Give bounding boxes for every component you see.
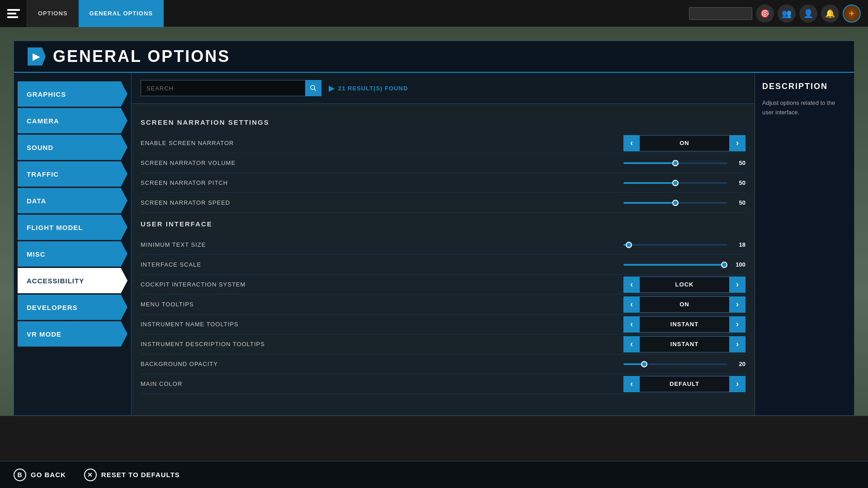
slider-value-narrator-speed: 50: [731, 199, 745, 206]
toggle-prev-enable-narrator[interactable]: ‹: [623, 135, 640, 151]
top-bar-right: 🎯 👥 👤 🔔 ✈: [689, 5, 868, 23]
notifications-icon[interactable]: 🔔: [821, 5, 839, 23]
slider-value-min-text-size: 18: [731, 241, 745, 248]
toggle-next-instrument-name-tooltips[interactable]: ›: [729, 316, 745, 333]
sidebar-item-vr-mode[interactable]: VR MODE: [18, 321, 127, 347]
bottom-bar: B GO BACK ✕ RESET TO DEFAULTS: [0, 461, 868, 488]
setting-row-narrator-volume: SCREEN NARRATOR VOLUME 50: [141, 153, 745, 173]
description-panel: DESCRIPTION Adjust options related to th…: [755, 73, 854, 415]
toggle-menu-tooltips: ‹ ON ›: [623, 296, 745, 313]
setting-row-cockpit-interaction: COCKPIT INTERACTION SYSTEM ‹ LOCK ›: [141, 275, 745, 295]
toggle-value-instrument-name-tooltips: INSTANT: [640, 316, 729, 333]
slider-min-text-size[interactable]: 18: [623, 241, 745, 248]
svg-rect-0: [7, 9, 20, 11]
setting-row-narrator-speed: SCREEN NARRATOR SPEED 50: [141, 193, 745, 213]
slider-thumb-interface-scale[interactable]: [721, 262, 727, 268]
results-count: ▶ 21 RESULT(S) FOUND: [329, 84, 408, 93]
toggle-prev-instrument-name-tooltips[interactable]: ‹: [623, 316, 640, 333]
reset-defaults-button[interactable]: ✕ RESET TO DEFAULTS: [84, 469, 180, 481]
slider-thumb-min-text-size[interactable]: [626, 242, 632, 248]
slider-value-interface-scale: 100: [731, 261, 745, 268]
top-bar: OPTIONS GENERAL OPTIONS 🎯 👥 👤 🔔 ✈: [0, 0, 868, 27]
slider-thumb-narrator-volume[interactable]: [672, 160, 679, 166]
slider-track-narrator-volume[interactable]: [623, 162, 727, 164]
search-button[interactable]: [305, 80, 321, 96]
setting-label-instrument-desc-tooltips: INSTRUMENT DESCRIPTION TOOLTIPS: [141, 341, 623, 347]
go-back-button[interactable]: B GO BACK: [14, 469, 66, 481]
sidebar-item-misc[interactable]: MISC: [18, 241, 127, 267]
setting-label-main-color: MAIN COLOR: [141, 380, 623, 387]
toggle-value-main-color: DEFAULT: [640, 376, 729, 392]
slider-track-interface-scale[interactable]: [623, 264, 727, 266]
toggle-value-cockpit-interaction: LOCK: [640, 277, 729, 293]
sidebar-item-flight-model[interactable]: FLIGHT MODEL: [18, 215, 127, 240]
setting-label-cockpit-interaction: COCKPIT INTERACTION SYSTEM: [141, 281, 623, 288]
toggle-prev-cockpit-interaction[interactable]: ‹: [623, 277, 640, 293]
toggle-value-enable-narrator: ON: [640, 135, 729, 151]
setting-row-menu-tooltips: MENU TOOLTIPS ‹ ON ›: [141, 295, 745, 314]
slider-value-narrator-pitch: 50: [731, 179, 745, 186]
sidebar-item-data[interactable]: DATA: [18, 188, 127, 213]
toggle-next-enable-narrator[interactable]: ›: [729, 135, 745, 151]
setting-row-instrument-desc-tooltips: INSTRUMENT DESCRIPTION TOOLTIPS ‹ INSTAN…: [141, 334, 745, 354]
setting-label-menu-tooltips: MENU TOOLTIPS: [141, 301, 623, 308]
slider-narrator-volume[interactable]: 50: [623, 160, 745, 166]
slider-thumb-narrator-speed[interactable]: [672, 200, 679, 206]
slider-track-min-text-size[interactable]: [623, 244, 727, 246]
slider-value-background-opacity: 20: [731, 361, 745, 367]
slider-thumb-narrator-pitch[interactable]: [672, 180, 679, 186]
toggle-value-instrument-desc-tooltips: INSTANT: [640, 336, 729, 352]
go-back-icon: B: [14, 469, 26, 481]
setting-row-min-text-size: MINIMUM TEXT SIZE 18: [141, 235, 745, 255]
app-logo: [0, 0, 27, 27]
toggle-next-cockpit-interaction[interactable]: ›: [729, 277, 745, 293]
avatar[interactable]: ✈: [843, 5, 861, 23]
slider-fill-interface-scale: [623, 264, 727, 266]
description-title: DESCRIPTION: [762, 82, 847, 91]
toggle-cockpit-interaction: ‹ LOCK ›: [623, 277, 745, 293]
slider-narrator-speed[interactable]: 50: [623, 199, 745, 206]
toggle-prev-menu-tooltips[interactable]: ‹: [623, 296, 640, 313]
sidebar: GRAPHICS CAMERA SOUND TRAFFIC DATA FLIGH…: [14, 73, 132, 415]
slider-interface-scale[interactable]: 100: [623, 261, 745, 268]
svg-line-4: [314, 89, 316, 91]
profile-icon[interactable]: 👤: [799, 5, 817, 23]
sidebar-item-camera[interactable]: CAMERA: [18, 108, 127, 133]
toggle-next-menu-tooltips[interactable]: ›: [729, 296, 745, 313]
search-input[interactable]: [141, 80, 321, 96]
slider-fill-narrator-speed: [623, 202, 675, 204]
toggle-enable-narrator: ‹ ON ›: [623, 135, 745, 151]
sidebar-item-accessibility[interactable]: ACCESSIBILITY: [18, 268, 127, 293]
toggle-prev-main-color[interactable]: ‹: [623, 376, 640, 392]
achievements-icon[interactable]: 🎯: [756, 5, 774, 23]
slider-background-opacity[interactable]: 20: [623, 361, 745, 367]
top-search-input[interactable]: [689, 7, 752, 20]
sidebar-item-sound[interactable]: SOUND: [18, 135, 127, 160]
setting-row-instrument-name-tooltips: INSTRUMENT NAME TOOLTIPS ‹ INSTANT ›: [141, 314, 745, 334]
setting-row-enable-narrator: ENABLE SCREEN NARRATOR ‹ ON ›: [141, 133, 745, 153]
friends-icon[interactable]: 👥: [778, 5, 796, 23]
slider-narrator-pitch[interactable]: 50: [623, 179, 745, 186]
setting-label-narrator-speed: SCREEN NARRATOR SPEED: [141, 199, 623, 206]
sidebar-item-graphics[interactable]: GRAPHICS: [18, 81, 127, 107]
toggle-prev-instrument-desc-tooltips[interactable]: ‹: [623, 336, 640, 352]
section-header-narration: SCREEN NARRATION SETTINGS: [141, 118, 745, 128]
setting-label-narrator-pitch: SCREEN NARRATOR PITCH: [141, 179, 623, 186]
toggle-next-main-color[interactable]: ›: [729, 376, 745, 392]
svg-point-3: [311, 85, 315, 89]
sidebar-item-developers[interactable]: DEVELOPERS: [18, 295, 127, 320]
toggle-next-instrument-desc-tooltips[interactable]: ›: [729, 336, 745, 352]
options-tab[interactable]: OPTIONS: [27, 0, 79, 27]
setting-label-narrator-volume: SCREEN NARRATOR VOLUME: [141, 160, 623, 166]
search-wrapper: [141, 80, 321, 96]
slider-track-background-opacity[interactable]: [623, 363, 727, 365]
general-options-tab[interactable]: GENERAL OPTIONS: [79, 0, 164, 27]
slider-fill-narrator-pitch: [623, 182, 675, 184]
sidebar-item-traffic[interactable]: TRAFFIC: [18, 161, 127, 187]
slider-track-narrator-pitch[interactable]: [623, 182, 727, 184]
toggle-value-menu-tooltips: ON: [640, 296, 729, 313]
logo-icon: [6, 6, 21, 21]
slider-track-narrator-speed[interactable]: [623, 202, 727, 204]
slider-thumb-background-opacity[interactable]: [641, 361, 647, 367]
settings-list[interactable]: SCREEN NARRATION SETTINGS ENABLE SCREEN …: [132, 104, 755, 415]
